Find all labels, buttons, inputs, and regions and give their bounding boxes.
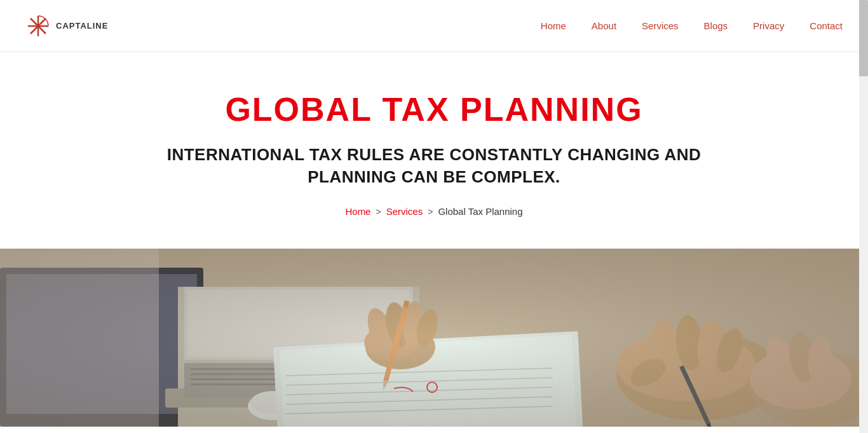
navbar: CAPTALINE Home About Services Blogs Priv…: [0, 0, 868, 52]
nav-link-home[interactable]: Home: [541, 20, 566, 31]
hero-section: GLOBAL TAX PLANNING INTERNATIONAL TAX RU…: [0, 52, 868, 249]
breadcrumb-separator-2: >: [428, 207, 433, 217]
nav-link-contact[interactable]: Contact: [810, 20, 843, 31]
svg-point-4: [36, 24, 40, 28]
nav-link-services[interactable]: Services: [642, 20, 679, 31]
logo-icon: [25, 13, 51, 39]
svg-rect-54: [0, 249, 868, 427]
breadcrumb-separator-1: >: [376, 207, 381, 217]
scrollbar-thumb[interactable]: [859, 0, 868, 76]
nav-item-privacy[interactable]: Privacy: [753, 20, 784, 32]
logo-text: CAPTALINE: [56, 21, 108, 31]
nav-item-services[interactable]: Services: [642, 20, 679, 32]
page-title: GLOBAL TAX PLANNING: [13, 90, 855, 128]
nav-item-about[interactable]: About: [592, 20, 616, 32]
nav-link-about[interactable]: About: [592, 20, 616, 31]
nav-menu: Home About Services Blogs Privacy Contac…: [541, 20, 843, 32]
nav-link-blogs[interactable]: Blogs: [704, 20, 728, 31]
breadcrumb-current-page: Global Tax Planning: [438, 206, 522, 217]
desk-scene-svg: [0, 249, 868, 427]
nav-item-home[interactable]: Home: [541, 20, 566, 32]
nav-item-blogs[interactable]: Blogs: [704, 20, 728, 32]
breadcrumb-services-link[interactable]: Services: [386, 206, 423, 217]
scrollbar[interactable]: [859, 0, 868, 427]
hero-image: [0, 249, 868, 427]
logo[interactable]: CAPTALINE: [25, 13, 108, 39]
breadcrumb: Home > Services > Global Tax Planning: [13, 206, 855, 217]
hero-subtitle: INTERNATIONAL TAX RULES ARE CONSTANTLY C…: [148, 144, 720, 188]
nav-link-privacy[interactable]: Privacy: [753, 20, 784, 31]
breadcrumb-home-link[interactable]: Home: [345, 206, 370, 217]
nav-item-contact[interactable]: Contact: [810, 20, 843, 32]
